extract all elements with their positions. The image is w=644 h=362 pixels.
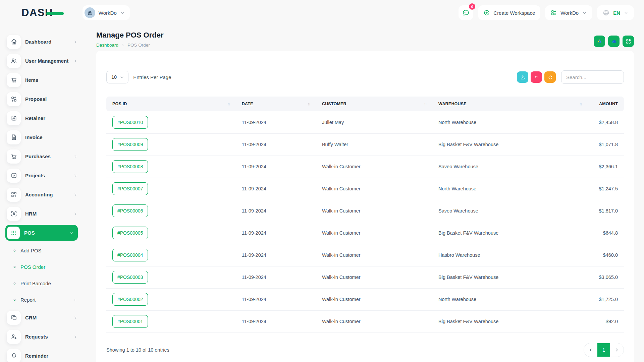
sidebar-item-hrm[interactable]: HRM bbox=[0, 204, 86, 223]
order-amount: $2,458.8 bbox=[588, 111, 624, 133]
pos-id-link[interactable]: #POS00007 bbox=[112, 182, 148, 195]
projects-icon bbox=[7, 169, 21, 183]
warehouse-name: Big Basket F&V Warehouse bbox=[432, 310, 588, 333]
app-logo[interactable]: DASH bbox=[21, 7, 64, 19]
invoice-icon bbox=[7, 130, 21, 144]
column-header-date[interactable]: DATE↑↓ bbox=[236, 97, 316, 111]
warehouse-name: Hasbro Warehouse bbox=[432, 244, 588, 266]
column-label: POS ID bbox=[112, 102, 127, 106]
sidebar-item-projects[interactable]: Projects bbox=[0, 166, 86, 185]
pos-id-link[interactable]: #POS00009 bbox=[112, 138, 148, 151]
table-row: #POS0000211-09-2024Walk-in CustomerNorth… bbox=[106, 288, 624, 310]
sidebar-item-crm[interactable]: CRM bbox=[0, 308, 86, 327]
column-header-customer[interactable]: CUSTOMER↑↓ bbox=[316, 97, 432, 111]
header-actions bbox=[594, 36, 634, 47]
pos-id-link[interactable]: #POS00008 bbox=[112, 160, 148, 173]
chevron-right-icon bbox=[73, 154, 78, 159]
order-amount: $644.8 bbox=[588, 222, 624, 244]
sidebar-item-reminder[interactable]: Reminder bbox=[0, 346, 86, 362]
sidebar-subitem-pos-order[interactable]: POS Order bbox=[0, 259, 86, 275]
order-amount: $460.0 bbox=[588, 244, 624, 266]
sort-arrows-icon: ↑↓ bbox=[306, 102, 310, 106]
pos-id-link[interactable]: #POS00010 bbox=[112, 116, 148, 129]
messages-button[interactable]: 0 bbox=[459, 5, 473, 20]
column-label: CUSTOMER bbox=[322, 102, 346, 106]
pagination-next-button[interactable] bbox=[610, 343, 624, 357]
workspace-name: WorkDo bbox=[99, 10, 117, 16]
bullet-icon bbox=[13, 298, 16, 302]
plus-circle-icon bbox=[483, 9, 490, 16]
customer-name: Juliet May bbox=[316, 111, 432, 133]
breadcrumb: Dashboard POS Order bbox=[96, 43, 164, 48]
sidebar-item-label: User Management bbox=[25, 58, 69, 64]
warehouse-name: Saveo Warehouse bbox=[432, 156, 588, 178]
pos-order-card: 10 Entries Per Page POS ID↑↓DATE↑↓CUSTOM… bbox=[96, 51, 634, 362]
pos-id-link[interactable]: #POS00003 bbox=[112, 271, 148, 284]
onedrive-button[interactable] bbox=[608, 36, 620, 47]
proposal-icon bbox=[7, 92, 21, 106]
order-date: 11-09-2024 bbox=[236, 288, 316, 310]
sidebar-item-purchases[interactable]: Purchases bbox=[0, 147, 86, 166]
workspace-switcher[interactable]: WorkDo bbox=[83, 5, 130, 20]
undo-button[interactable] bbox=[531, 71, 542, 83]
sidebar-item-invoice[interactable]: Invoice bbox=[0, 128, 86, 147]
order-amount: $1,247.5 bbox=[588, 178, 624, 200]
sidebar-item-proposal[interactable]: Proposal bbox=[0, 89, 86, 109]
sidebar-item-retainer[interactable]: Retainer bbox=[0, 109, 86, 128]
pos-id-link[interactable]: #POS00006 bbox=[112, 204, 148, 217]
language-selector[interactable]: EN bbox=[597, 5, 634, 20]
chevron-down-icon bbox=[582, 10, 587, 15]
customer-name: Walk-in Customer bbox=[316, 156, 432, 178]
column-header-warehouse[interactable]: WAREHOUSE↑↓ bbox=[432, 97, 588, 111]
entries-per-page-select[interactable]: 10 bbox=[106, 71, 128, 83]
download-button[interactable] bbox=[517, 71, 528, 83]
sidebar-subitem-add-pos[interactable]: Add POS bbox=[0, 242, 86, 259]
chat-icon bbox=[462, 9, 470, 17]
sidebar-subitem-report[interactable]: Report bbox=[0, 292, 86, 308]
sort-arrows-icon: ↑↓ bbox=[577, 102, 582, 106]
sidebar-item-label: Items bbox=[25, 77, 78, 83]
customer-name: Walk-in Customer bbox=[316, 288, 432, 310]
chevron-right-icon bbox=[121, 43, 125, 47]
pos-id-link[interactable]: #POS00002 bbox=[112, 293, 148, 306]
google-drive-button[interactable] bbox=[594, 36, 605, 47]
create-workspace-button[interactable]: Create Workspace bbox=[478, 5, 540, 20]
order-amount: $1,817.0 bbox=[588, 200, 624, 222]
pagination-prev-button[interactable] bbox=[584, 343, 597, 357]
column-header-pos-id[interactable]: POS ID↑↓ bbox=[106, 97, 236, 111]
table-row: #POS0000411-09-2024Walk-in CustomerHasbr… bbox=[106, 244, 624, 266]
workspace-menu-button[interactable]: WorkDo bbox=[545, 5, 592, 20]
column-label: AMOUNT bbox=[599, 102, 618, 106]
pos-id-link[interactable]: #POS00004 bbox=[112, 249, 148, 261]
sidebar-item-label: POS bbox=[24, 230, 65, 236]
app: DASH WorkDo 0 Create Workspace WorkDo bbox=[0, 0, 644, 362]
sidebar-item-user-management[interactable]: User Management bbox=[0, 51, 86, 70]
sidebar-item-items[interactable]: Items bbox=[0, 70, 86, 89]
pos-id-link[interactable]: #POS00005 bbox=[112, 227, 148, 239]
refresh-button[interactable] bbox=[544, 71, 556, 83]
warehouse-name: North Warehouse bbox=[432, 288, 588, 310]
sort-arrows-icon: ↑↓ bbox=[422, 102, 426, 106]
accounting-icon bbox=[7, 188, 21, 202]
search-input[interactable] bbox=[561, 70, 624, 84]
sidebar-subitem-print-barcode[interactable]: Print Barcode bbox=[0, 275, 86, 292]
sidebar-item-pos[interactable]: POS bbox=[5, 225, 78, 241]
pos-id-link[interactable]: #POS00001 bbox=[112, 315, 148, 328]
grid-apps-button[interactable] bbox=[623, 36, 634, 47]
sidebar-item-requests[interactable]: Requests bbox=[0, 327, 86, 346]
order-amount: $92.0 bbox=[588, 310, 624, 333]
sidebar-item-accounting[interactable]: Accounting bbox=[0, 185, 86, 204]
column-label: DATE bbox=[242, 102, 253, 106]
sidebar-item-label: Invoice bbox=[25, 134, 78, 140]
customer-name: Walk-in Customer bbox=[316, 310, 432, 333]
create-workspace-label: Create Workspace bbox=[493, 10, 535, 16]
sidebar-item-dashboard[interactable]: Dashboard bbox=[0, 32, 86, 51]
chevron-down-icon bbox=[120, 10, 125, 15]
pagination-page-1[interactable]: 1 bbox=[597, 343, 610, 357]
chevron-right-icon bbox=[614, 347, 620, 353]
order-date: 11-09-2024 bbox=[236, 178, 316, 200]
sidebar-item-label: CRM bbox=[25, 315, 69, 320]
breadcrumb-dashboard-link[interactable]: Dashboard bbox=[96, 43, 118, 48]
globe-icon bbox=[602, 9, 610, 16]
hrm-icon bbox=[7, 207, 21, 221]
